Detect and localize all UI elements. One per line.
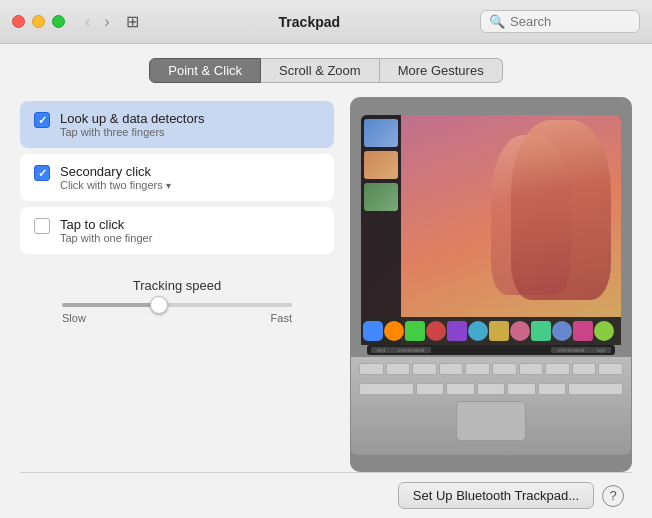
key	[538, 383, 566, 395]
titlebar: ‹ › ⊞ Trackpad 🔍	[0, 0, 652, 44]
key	[572, 363, 597, 375]
dock-icon-8	[510, 321, 530, 341]
option-secondary-title: Secondary click	[60, 164, 171, 179]
option-secondary[interactable]: Secondary click Click with two fingers ▾	[20, 154, 334, 201]
slider-labels: Slow Fast	[62, 312, 292, 324]
tab-more-gestures[interactable]: More Gestures	[380, 58, 503, 83]
touchpad-row	[351, 397, 631, 445]
tb-key-cmd-right: command	[551, 347, 591, 353]
bottom-bar: Set Up Bluetooth Trackpad... ?	[20, 472, 632, 518]
tab-point-click[interactable]: Point & Click	[149, 58, 261, 83]
slider-slow-label: Slow	[62, 312, 86, 324]
key	[446, 383, 474, 395]
thumb1	[364, 119, 398, 147]
key	[359, 383, 414, 395]
grid-icon[interactable]: ⊞	[126, 12, 139, 31]
person1	[511, 120, 611, 300]
key	[359, 363, 384, 375]
key	[416, 383, 444, 395]
photo-collage	[361, 115, 621, 345]
option-tap[interactable]: Tap to click Tap with one finger	[20, 207, 334, 254]
laptop-screen	[361, 115, 621, 345]
tracking-speed-slider-container: Slow Fast	[62, 303, 292, 324]
key	[492, 363, 517, 375]
traffic-lights	[12, 15, 65, 28]
keyboard-area	[351, 357, 631, 455]
key	[465, 363, 490, 375]
key	[598, 363, 623, 375]
slider-thumb[interactable]	[150, 296, 168, 314]
tb-key-right: opt	[591, 347, 611, 353]
trackpad-visual	[456, 401, 526, 441]
dock-icon-2	[384, 321, 404, 341]
dock-icon-11	[573, 321, 593, 341]
checkbox-tap[interactable]	[34, 218, 50, 234]
nav-arrows: ‹ ›	[81, 11, 114, 33]
dock-icon-4	[426, 321, 446, 341]
minimize-button[interactable]	[32, 15, 45, 28]
forward-button[interactable]: ›	[100, 11, 113, 33]
tb-key-left: opt	[371, 347, 391, 353]
tracking-speed-label: Tracking speed	[133, 278, 221, 293]
main-content: Point & Click Scroll & Zoom More Gesture…	[0, 44, 652, 518]
dock-icon-1	[363, 321, 383, 341]
mac-image: opt command command opt	[350, 97, 632, 472]
key	[412, 363, 437, 375]
maximize-button[interactable]	[52, 15, 65, 28]
slider-track	[62, 303, 292, 307]
keyboard-row-2	[351, 377, 631, 397]
dock-bar	[361, 317, 621, 345]
search-box[interactable]: 🔍	[480, 10, 640, 33]
dock-icon-10	[552, 321, 572, 341]
window-title: Trackpad	[139, 14, 480, 30]
option-tap-sub: Tap with one finger	[60, 232, 152, 244]
tracking-speed-section: Tracking speed Slow Fast	[20, 278, 334, 334]
key	[507, 383, 535, 395]
option-secondary-sub: Click with two fingers ▾	[60, 179, 171, 191]
key	[568, 383, 623, 395]
dock-icon-9	[531, 321, 551, 341]
thumb2	[364, 151, 398, 179]
tab-bar: Point & Click Scroll & Zoom More Gesture…	[20, 58, 632, 83]
laptop-illustration: opt command command opt	[351, 115, 631, 455]
option-tap-title: Tap to click	[60, 217, 152, 232]
option-lookup-title: Look up & data detectors	[60, 111, 205, 126]
dock-icon-7	[489, 321, 509, 341]
option-lookup-sub: Tap with three fingers	[60, 126, 205, 138]
thumb3	[364, 183, 398, 211]
dock-icon-6	[468, 321, 488, 341]
option-lookup[interactable]: Look up & data detectors Tap with three …	[20, 101, 334, 148]
checkbox-lookup[interactable]	[34, 112, 50, 128]
key	[439, 363, 464, 375]
back-button[interactable]: ‹	[81, 11, 94, 33]
dock-icon-5	[447, 321, 467, 341]
dock-icon-12	[594, 321, 614, 341]
key	[519, 363, 544, 375]
touch-bar: opt command command opt	[367, 345, 615, 355]
checkbox-secondary[interactable]	[34, 165, 50, 181]
slider-fast-label: Fast	[271, 312, 292, 324]
tb-key-cmd-left: command	[391, 347, 431, 353]
secondary-dropdown-arrow[interactable]: ▾	[166, 180, 171, 191]
right-panel: opt command command opt	[350, 97, 632, 472]
key	[477, 383, 505, 395]
search-input[interactable]	[510, 14, 630, 29]
help-button[interactable]: ?	[602, 485, 624, 507]
setup-bluetooth-button[interactable]: Set Up Bluetooth Trackpad...	[398, 482, 594, 509]
key	[386, 363, 411, 375]
content-row: Look up & data detectors Tap with three …	[20, 97, 632, 472]
close-button[interactable]	[12, 15, 25, 28]
key	[545, 363, 570, 375]
keyboard-row-1	[351, 357, 631, 377]
left-panel: Look up & data detectors Tap with three …	[20, 97, 334, 472]
tab-scroll-zoom[interactable]: Scroll & Zoom	[261, 58, 380, 83]
search-icon: 🔍	[489, 14, 505, 29]
dock-icon-3	[405, 321, 425, 341]
main-photo-area	[401, 115, 621, 345]
app-sidebar	[361, 115, 401, 345]
slider-fill	[62, 303, 159, 307]
